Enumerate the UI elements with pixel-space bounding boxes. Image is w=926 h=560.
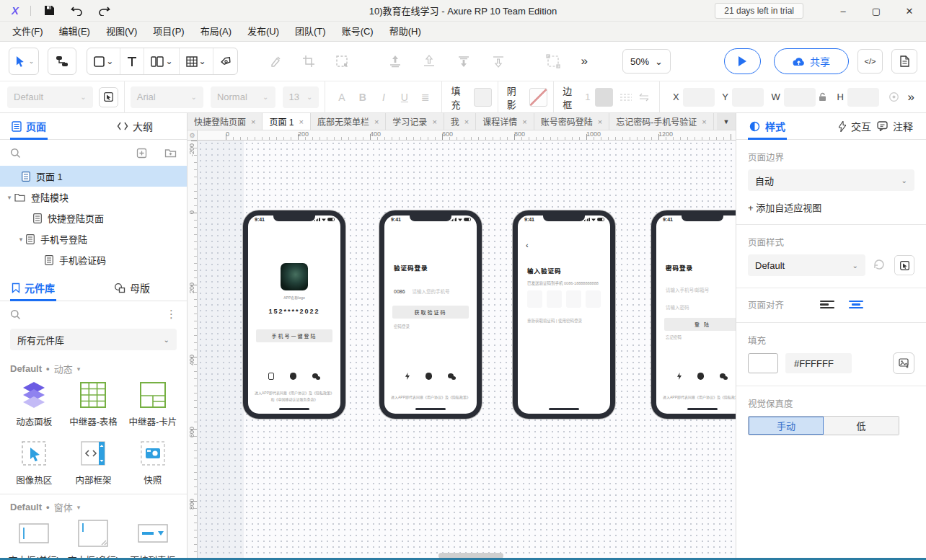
minimize-button[interactable]: – xyxy=(826,0,860,22)
lock-ratio-icon[interactable] xyxy=(816,85,829,110)
apple-login-icon[interactable] xyxy=(425,373,432,380)
transform-icon[interactable] xyxy=(330,49,354,74)
text-tool-button[interactable] xyxy=(120,48,144,74)
save-icon[interactable] xyxy=(38,3,60,19)
code-digit-box[interactable] xyxy=(527,290,542,308)
get-code-button[interactable]: 获取验证码 xyxy=(392,306,469,319)
back-button[interactable]: ‹ xyxy=(526,241,529,249)
y-field[interactable] xyxy=(732,88,764,107)
list-button[interactable]: ≣ xyxy=(415,92,436,103)
bold-button[interactable]: B xyxy=(352,92,373,103)
flash-login-icon[interactable] xyxy=(677,373,682,380)
menu-file[interactable]: 文件(F) xyxy=(4,22,51,42)
code-view-button[interactable]: </> xyxy=(857,49,883,74)
caret-down-icon[interactable]: ▾ xyxy=(4,194,14,201)
tab-notes[interactable]: 注释 xyxy=(876,113,914,140)
password-login-link[interactable]: 密码登录 xyxy=(394,324,410,329)
tab-list-dropdown[interactable]: ▼ xyxy=(717,113,736,130)
page-bounds-select[interactable]: 自动 ⌄ xyxy=(748,169,914,191)
connector-tool-button[interactable] xyxy=(48,48,76,75)
font-family-select[interactable]: Arial⌄ xyxy=(131,86,203,108)
doc-tab-study-record[interactable]: 学习记录 × xyxy=(386,113,444,130)
tab-outline[interactable]: 大纲 xyxy=(115,113,154,140)
bring-to-front-icon[interactable] xyxy=(383,49,407,74)
country-code[interactable]: 0086 xyxy=(394,289,405,294)
tab-interactions[interactable]: 交互 xyxy=(837,113,873,140)
align-page-left-icon[interactable] xyxy=(820,301,834,309)
tree-item-sms-code[interactable]: 手机验证码 xyxy=(0,249,187,270)
wechat-login-icon[interactable] xyxy=(312,373,320,380)
fill-image-button[interactable] xyxy=(893,352,914,374)
phone-input-row[interactable]: 0086 请输入您的手机号 xyxy=(394,288,467,295)
wechat-login-icon[interactable] xyxy=(720,373,728,380)
widget-inline-frame[interactable]: 内部框架 xyxy=(63,440,123,486)
widget-repeater-table[interactable]: 中继器-表格 xyxy=(63,381,123,428)
forgot-password-link[interactable]: 忘记密码 xyxy=(666,334,682,340)
font-weight-select[interactable]: Normal⌄ xyxy=(211,86,275,108)
tree-item-quick-login[interactable]: 快捷登陆页面 xyxy=(0,208,187,228)
menu-project[interactable]: 项目(P) xyxy=(145,22,192,42)
zoom-select[interactable]: 50% ⌄ xyxy=(622,49,671,74)
login-button[interactable]: 登 陆 xyxy=(664,318,736,331)
ruler-settings-icon[interactable]: ⚙ xyxy=(188,130,198,141)
rectangle-tool-button[interactable]: ⌄ xyxy=(87,48,120,74)
add-folder-icon[interactable] xyxy=(164,148,177,158)
library-section-dynamic[interactable]: Default • 动态 ▾ xyxy=(0,356,187,380)
doc-tab-quick-login[interactable]: 快捷登陆页面 × xyxy=(188,113,263,130)
widget-hotspot[interactable]: 图像热区 xyxy=(4,440,63,486)
border-color-swatch[interactable] xyxy=(595,88,613,107)
tab-close-icon[interactable]: × xyxy=(251,117,255,126)
page-style-select[interactable]: Default ⌄ xyxy=(748,254,865,276)
doc-tab-forgot-password[interactable]: 忘记密码-手机号验证 × xyxy=(609,113,713,130)
canvas-fill-hex[interactable]: #FFFFFF xyxy=(785,353,852,373)
border-width-value[interactable]: 1 xyxy=(585,92,590,102)
h-field[interactable] xyxy=(847,88,880,107)
border-style-icon[interactable] xyxy=(617,85,635,110)
menu-team[interactable]: 团队(T) xyxy=(287,22,334,42)
font-color-button[interactable]: A xyxy=(331,92,352,103)
x-field[interactable] xyxy=(683,88,715,107)
menu-view[interactable]: 视图(V) xyxy=(98,22,145,42)
search-icon[interactable] xyxy=(10,309,21,320)
phone-login-icon[interactable] xyxy=(268,373,274,380)
menu-publish[interactable]: 发布(U) xyxy=(239,22,287,42)
select-tool-button[interactable]: ⌄ xyxy=(9,48,39,75)
tab-close-icon[interactable]: × xyxy=(374,117,379,126)
preview-button[interactable] xyxy=(724,48,762,74)
update-style-icon[interactable] xyxy=(873,258,886,273)
style-preset-select[interactable]: Default ⌄ xyxy=(7,86,93,108)
resend-or-password-links[interactable]: 重新获取验证码 | 使用密码登录 xyxy=(527,318,582,324)
fill-swatch[interactable] xyxy=(474,88,492,107)
toolbar-more-button[interactable]: » xyxy=(576,54,591,68)
send-backward-icon[interactable] xyxy=(486,49,511,74)
menu-help[interactable]: 帮助(H) xyxy=(382,22,429,42)
kebab-menu-icon[interactable]: ⋮ xyxy=(166,308,177,321)
group-icon[interactable] xyxy=(541,49,565,74)
trial-badge[interactable]: 21 days left in trial xyxy=(715,3,803,19)
maximize-button[interactable]: ▢ xyxy=(860,0,893,22)
style-picker-button[interactable] xyxy=(99,87,118,107)
phone-mockup-sms-login[interactable]: 9:41 验证码登录 0086 请输入您的手机号 获取验证码 密码登录 进入AP… xyxy=(379,210,482,419)
library-filter-select[interactable]: 所有元件库 ⌄ xyxy=(10,329,177,350)
doc-tab-course-detail[interactable]: 课程详情 × xyxy=(476,113,534,130)
apple-login-icon[interactable] xyxy=(290,373,296,380)
image-tool-button[interactable]: ⌄ xyxy=(144,48,180,74)
format-painter-icon[interactable] xyxy=(264,49,288,74)
undo-icon[interactable] xyxy=(66,3,87,19)
send-to-back-icon[interactable] xyxy=(418,49,442,74)
add-page-icon[interactable] xyxy=(136,148,147,159)
bring-forward-icon[interactable] xyxy=(451,49,476,74)
flash-login-icon[interactable] xyxy=(405,373,410,380)
tab-close-icon[interactable]: × xyxy=(432,117,436,126)
apple-login-icon[interactable] xyxy=(697,373,704,380)
menu-arrange[interactable]: 布局(A) xyxy=(193,22,239,42)
widget-repeater-card[interactable]: 中继器-卡片 xyxy=(123,381,182,428)
doc-tab-no-bottom-menu[interactable]: 底部无菜单栏 × xyxy=(311,113,386,130)
phone-mockup-enter-code[interactable]: 9:41 ‹ 输入验证码 已发送验证码到手机 0086-18888888888 … xyxy=(513,210,615,419)
tab-close-icon[interactable]: × xyxy=(598,117,602,126)
table-tool-button[interactable]: ⌄ xyxy=(180,48,213,74)
shadow-swatch[interactable] xyxy=(529,88,547,107)
redo-icon[interactable] xyxy=(93,3,115,19)
doc-tab-page1[interactable]: 页面 1 × xyxy=(263,113,310,130)
add-adaptive-view-link[interactable]: + 添加自适应视图 xyxy=(748,200,914,214)
